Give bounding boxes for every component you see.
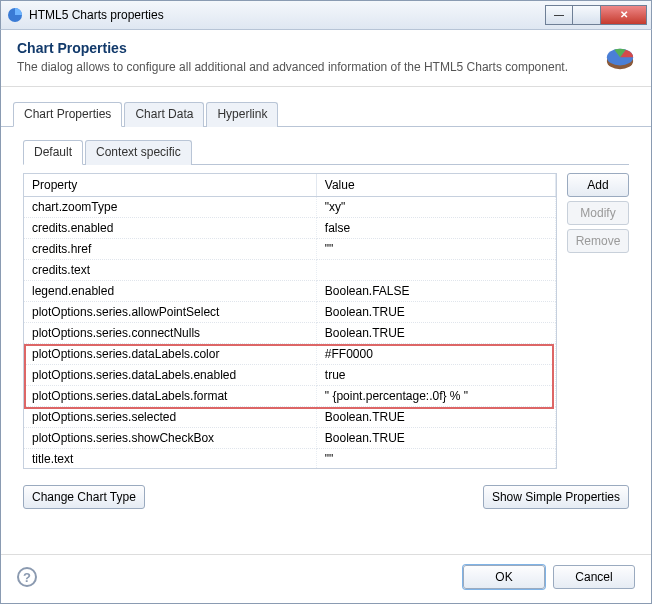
table-row[interactable]: credits.text	[24, 260, 556, 281]
app-icon	[7, 7, 23, 23]
table-row[interactable]: title.text""	[24, 449, 556, 470]
cell-value: " {point.percentage:.0f} % "	[316, 386, 555, 407]
cell-value: ""	[316, 449, 555, 470]
cancel-button[interactable]: Cancel	[553, 565, 635, 589]
properties-table-container[interactable]: Property Value chart.zoomType"xy"credits…	[23, 173, 557, 469]
cell-value: Boolean.TRUE	[316, 323, 555, 344]
cell-value: Boolean.TRUE	[316, 428, 555, 449]
panel-bottom-buttons: Change Chart Type Show Simple Properties	[23, 485, 629, 509]
subtab-default[interactable]: Default	[23, 140, 83, 165]
cell-property: title.text	[24, 449, 316, 470]
table-row[interactable]: plotOptions.series.selectedBoolean.TRUE	[24, 407, 556, 428]
cell-property: credits.href	[24, 239, 316, 260]
table-row[interactable]: plotOptions.series.allowPointSelectBoole…	[24, 302, 556, 323]
cell-property: credits.text	[24, 260, 316, 281]
col-property[interactable]: Property	[24, 174, 316, 197]
pie-chart-icon	[605, 44, 635, 74]
table-row[interactable]: plotOptions.series.showCheckBoxBoolean.T…	[24, 428, 556, 449]
tab-panel-chart-properties: Default Context specific Property Value …	[13, 127, 639, 519]
table-row[interactable]: plotOptions.series.dataLabels.color#FF00…	[24, 344, 556, 365]
cell-value: true	[316, 365, 555, 386]
show-simple-properties-button[interactable]: Show Simple Properties	[483, 485, 629, 509]
cell-value: Boolean.TRUE	[316, 302, 555, 323]
titlebar: HTML5 Charts properties — ✕	[0, 0, 652, 30]
table-row[interactable]: plotOptions.series.connectNullsBoolean.T…	[24, 323, 556, 344]
dialog-footer: ? OK Cancel	[1, 554, 651, 603]
table-row[interactable]: plotOptions.series.dataLabels.format" {p…	[24, 386, 556, 407]
subtab-panel-default: Property Value chart.zoomType"xy"credits…	[23, 165, 629, 509]
tab-chart-properties[interactable]: Chart Properties	[13, 102, 122, 127]
ok-button[interactable]: OK	[463, 565, 545, 589]
table-row[interactable]: legend.enabledBoolean.FALSE	[24, 281, 556, 302]
cell-value: ""	[316, 239, 555, 260]
properties-table: Property Value chart.zoomType"xy"credits…	[24, 174, 556, 469]
table-row[interactable]: plotOptions.series.dataLabels.enabledtru…	[24, 365, 556, 386]
change-chart-type-button[interactable]: Change Chart Type	[23, 485, 145, 509]
cell-value: false	[316, 218, 555, 239]
cell-property: plotOptions.series.showCheckBox	[24, 428, 316, 449]
table-row[interactable]: credits.enabledfalse	[24, 218, 556, 239]
dialog-header: Chart Properties The dialog allows to co…	[1, 30, 651, 87]
cell-property: plotOptions.series.dataLabels.format	[24, 386, 316, 407]
sub-tabs: Default Context specific	[23, 139, 629, 165]
remove-button: Remove	[567, 229, 629, 253]
cell-value: #FF0000	[316, 344, 555, 365]
tab-hyperlink[interactable]: Hyperlink	[206, 102, 278, 127]
page-description: The dialog allows to configure all addit…	[17, 60, 635, 74]
modify-button: Modify	[567, 201, 629, 225]
subtab-context-specific[interactable]: Context specific	[85, 140, 192, 165]
window-title: HTML5 Charts properties	[29, 8, 545, 22]
cell-property: chart.zoomType	[24, 197, 316, 218]
cell-value: "xy"	[316, 197, 555, 218]
cell-value: Boolean.TRUE	[316, 407, 555, 428]
main-tabs: Chart Properties Chart Data Hyperlink	[1, 101, 651, 127]
table-row[interactable]: chart.zoomType"xy"	[24, 197, 556, 218]
col-value[interactable]: Value	[316, 174, 555, 197]
close-button[interactable]: ✕	[601, 5, 647, 25]
cell-property: credits.enabled	[24, 218, 316, 239]
add-button[interactable]: Add	[567, 173, 629, 197]
cell-property: plotOptions.series.allowPointSelect	[24, 302, 316, 323]
cell-property: plotOptions.series.dataLabels.enabled	[24, 365, 316, 386]
cell-property: legend.enabled	[24, 281, 316, 302]
side-buttons: Add Modify Remove	[567, 173, 629, 469]
cell-property: plotOptions.series.connectNulls	[24, 323, 316, 344]
cell-property: plotOptions.series.selected	[24, 407, 316, 428]
cell-value: Boolean.FALSE	[316, 281, 555, 302]
window-controls: — ✕	[545, 5, 647, 25]
minimize-button[interactable]: —	[545, 5, 573, 25]
help-icon[interactable]: ?	[17, 567, 37, 587]
tab-chart-data[interactable]: Chart Data	[124, 102, 204, 127]
table-row[interactable]: credits.href""	[24, 239, 556, 260]
page-title: Chart Properties	[17, 40, 635, 56]
cell-property: plotOptions.series.dataLabels.color	[24, 344, 316, 365]
maximize-button[interactable]	[573, 5, 601, 25]
cell-value	[316, 260, 555, 281]
